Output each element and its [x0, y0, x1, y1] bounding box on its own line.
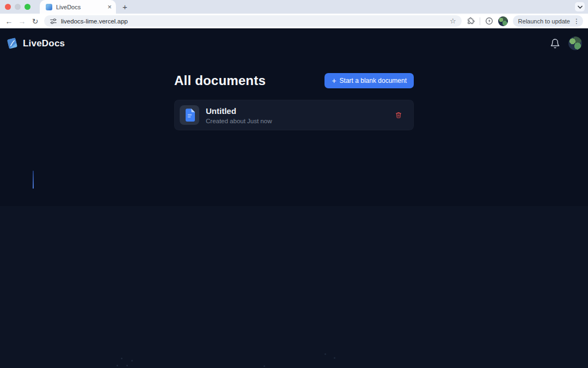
plus-icon: +: [332, 77, 336, 85]
cta-label: Start a blank document: [340, 77, 407, 85]
tab-title: LiveDocs: [56, 4, 103, 10]
tab-close-icon[interactable]: ×: [107, 3, 112, 10]
site-settings-icon[interactable]: [50, 17, 57, 25]
background-dot: [121, 358, 122, 359]
relaunch-label: Relaunch to update: [518, 18, 570, 25]
browser-toolbar: ← → ↻ livedocs-lime.vercel.app ☆ Relaunc…: [0, 14, 588, 28]
document-icon: [185, 108, 195, 122]
window-zoom-button[interactable]: [24, 4, 30, 10]
collab-cursor-line: [33, 171, 34, 189]
notifications-bell-icon[interactable]: [550, 38, 560, 49]
document-icon-box: [180, 105, 199, 125]
browser-tab-strip: LiveDocs × +: [0, 0, 588, 14]
document-created-meta: Created about Just now: [206, 118, 272, 124]
brand-name: LiveDocs: [23, 38, 65, 49]
page-lower-background: [0, 206, 588, 368]
toolbar-right: Relaunch to update ⋮: [467, 15, 583, 27]
header-right: [550, 37, 582, 50]
livedocs-logo-icon: [5, 37, 19, 50]
page-title: All documents: [174, 73, 266, 88]
reload-button[interactable]: ↻: [31, 17, 39, 25]
documents-section: All documents + Start a blank document: [174, 73, 414, 130]
background-dot: [264, 365, 265, 367]
window-close-button[interactable]: [5, 4, 11, 10]
window-controls: [5, 4, 30, 10]
browser-profile-avatar[interactable]: [498, 16, 508, 26]
background-dot: [324, 353, 326, 355]
documents-header-row: All documents + Start a blank document: [174, 73, 414, 88]
browser-menu-kebab-icon[interactable]: ⋮: [573, 18, 580, 25]
extension-bolt-icon[interactable]: [485, 17, 493, 25]
browser-tab[interactable]: LiveDocs ×: [40, 0, 116, 14]
new-tab-button[interactable]: +: [122, 3, 127, 11]
user-avatar[interactable]: [568, 37, 582, 50]
brand[interactable]: LiveDocs: [5, 37, 65, 50]
bookmark-star-icon[interactable]: ☆: [450, 17, 456, 25]
background-dot: [131, 360, 133, 361]
background-dot: [126, 365, 128, 366]
livedocs-favicon-icon: [46, 4, 52, 10]
delete-document-button[interactable]: [394, 110, 403, 120]
trash-icon: [395, 111, 402, 119]
background-dot: [334, 357, 335, 359]
app-header: LiveDocs: [0, 28, 588, 50]
background-dot: [117, 365, 118, 366]
document-title[interactable]: Untitled: [206, 106, 272, 116]
tab-search-chevron-button[interactable]: [575, 2, 585, 11]
document-row[interactable]: Untitled Created about Just now: [174, 100, 414, 130]
start-blank-document-button[interactable]: + Start a blank document: [324, 73, 414, 88]
back-button[interactable]: ←: [5, 17, 13, 25]
livedocs-app: LiveDocs All documents + Start a blank d…: [0, 28, 588, 368]
chevron-down-icon: [578, 5, 583, 9]
url-text[interactable]: livedocs-lime.vercel.app: [61, 18, 446, 25]
relaunch-to-update-button[interactable]: Relaunch to update ⋮: [513, 15, 583, 27]
address-bar[interactable]: livedocs-lime.vercel.app ☆: [44, 15, 462, 27]
window-minimize-button[interactable]: [15, 4, 21, 10]
toolbar-separator: [480, 17, 480, 25]
extensions-puzzle-icon[interactable]: [467, 17, 475, 25]
forward-button[interactable]: →: [18, 17, 26, 25]
